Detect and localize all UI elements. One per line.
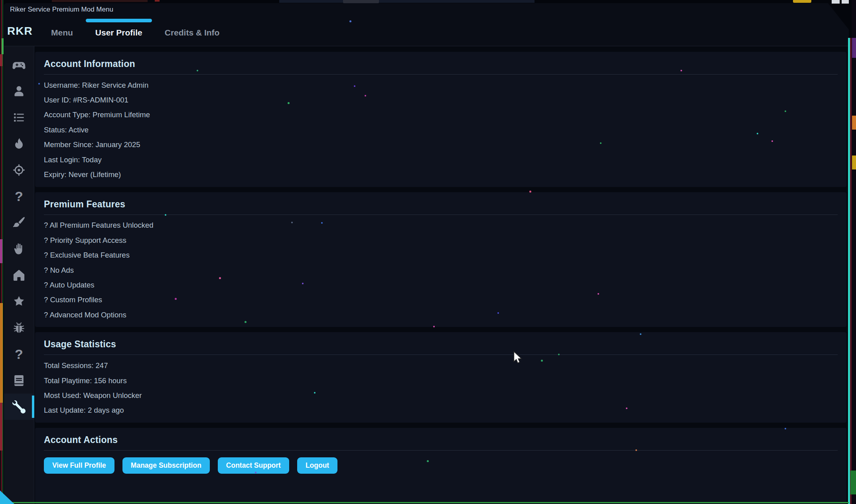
- video-artifact: [842, 0, 849, 4]
- particle-dot: [197, 70, 198, 71]
- particle-dot: [165, 214, 166, 216]
- logout-button[interactable]: Logout: [297, 457, 337, 474]
- gamepad-icon: [12, 58, 26, 71]
- video-artifact: [852, 156, 856, 169]
- video-artifact: [343, 0, 379, 4]
- manage-subscription-button[interactable]: Manage Subscription: [122, 457, 210, 474]
- sidebar-item-flame[interactable]: [4, 130, 34, 157]
- particle-dot: [680, 70, 682, 71]
- list-icon: [12, 111, 26, 124]
- sidebar-item-user[interactable]: [4, 78, 34, 104]
- particle-dot: [314, 392, 316, 394]
- tab-user-profile[interactable]: User Profile: [84, 15, 154, 46]
- particle-dot: [529, 191, 531, 193]
- video-artifact: [12, 502, 849, 503]
- mod-menu-window: Riker Service Premium Mod Menu RKR MenuU…: [4, 3, 849, 504]
- video-artifact: [0, 54, 2, 66]
- sidebar-item-question[interactable]: ?: [4, 183, 34, 209]
- sidebar-item-crosshair[interactable]: [4, 157, 34, 183]
- view-full-profile-button[interactable]: View Full Profile: [44, 457, 114, 474]
- particle-dot: [635, 449, 637, 451]
- info-row: Username: Riker Service Admin: [44, 78, 838, 93]
- section-rows: Total Sessions: 247Total Playtime: 156 h…: [44, 355, 838, 418]
- sidebar-item-gamepad[interactable]: [4, 51, 34, 78]
- question-icon: ?: [15, 347, 23, 361]
- home-icon: [12, 269, 26, 282]
- sidebar-item-wrench-active[interactable]: [4, 394, 34, 420]
- particle-dot: [771, 140, 773, 142]
- sidebar-item-brush[interactable]: [4, 209, 34, 236]
- info-row: ? No Ads: [44, 263, 838, 278]
- particle-dot: [365, 95, 366, 96]
- info-row: Account Type: Premium Lifetime: [44, 108, 838, 122]
- logo: RKR: [7, 25, 34, 37]
- tab-menu[interactable]: Menu: [40, 15, 84, 46]
- question-icon: ?: [15, 189, 23, 203]
- sidebar-item-bug[interactable]: [4, 315, 34, 341]
- particle-dot: [427, 460, 429, 462]
- info-row: Expiry: Never (Lifetime): [44, 167, 838, 182]
- video-artifact: [852, 0, 856, 504]
- sidebar-item-star[interactable]: [4, 288, 34, 315]
- user-icon: [12, 85, 26, 98]
- video-artifact: [279, 0, 535, 3]
- particle-dot: [433, 326, 435, 327]
- video-artifact: [793, 0, 811, 3]
- section-title: Account Information: [44, 59, 838, 69]
- action-buttons: View Full ProfileManage SubscriptionCont…: [44, 457, 838, 474]
- video-artifact: [832, 0, 840, 4]
- video-artifact: [850, 471, 856, 494]
- video-artifact: [2, 0, 3, 504]
- particle-dot: [598, 293, 599, 295]
- info-row: ? Auto Updates: [44, 278, 838, 292]
- particle-dot: [175, 298, 177, 300]
- video-artifact: [0, 303, 3, 403]
- info-row: ? Priority Support Access: [44, 233, 838, 248]
- section-title: Account Actions: [44, 435, 838, 445]
- info-row: Total Playtime: 156 hours: [44, 373, 838, 388]
- video-artifact: [2, 38, 4, 54]
- info-row: ? Custom Profiles: [44, 293, 838, 307]
- sidebar-item-question[interactable]: ?: [4, 341, 34, 367]
- section-account-actions: Account ActionsView Full ProfileManage S…: [35, 428, 846, 504]
- particle-dot: [541, 360, 543, 362]
- info-row: Last Update: 2 days ago: [44, 403, 838, 418]
- particle-dot: [785, 110, 786, 112]
- contact-support-button[interactable]: Contact Support: [218, 457, 289, 474]
- info-row: ? Advanced Mod Options: [44, 307, 838, 322]
- sidebar-item-home[interactable]: [4, 262, 34, 288]
- header-bar: RKR MenuUser ProfileCredits & Info: [4, 15, 849, 46]
- particle-dot: [785, 428, 786, 429]
- particle-dot: [291, 222, 293, 223]
- content-area: Account InformationUsername: Riker Servi…: [34, 46, 849, 504]
- wrench-icon: [12, 400, 26, 413]
- main-area: ?? Account InformationUsername: Riker Se…: [4, 46, 849, 504]
- particle-dot: [640, 333, 641, 335]
- particle-dot: [558, 354, 560, 355]
- info-row: Most Used: Weapon Unlocker: [44, 388, 838, 403]
- info-row: ? Exclusive Beta Features: [44, 248, 838, 263]
- particle-dot: [321, 222, 323, 224]
- flame-icon: [12, 137, 26, 150]
- sidebar-item-hand[interactable]: [4, 236, 34, 262]
- section-usage-statistics: Usage StatisticsTotal Sessions: 247Total…: [35, 332, 846, 423]
- video-artifact: [850, 38, 852, 504]
- section-divider: [44, 450, 838, 451]
- particle-dot: [600, 142, 602, 144]
- sidebar: ??: [4, 46, 34, 504]
- tab-bar: MenuUser ProfileCredits & Info: [40, 15, 231, 46]
- screen: Riker Service Premium Mod Menu RKR MenuU…: [0, 0, 856, 504]
- sidebar-item-list[interactable]: [4, 104, 34, 130]
- info-row: ? All Premium Features Unlocked: [44, 218, 838, 233]
- mouse-cursor: [513, 351, 524, 365]
- tab-credits-info[interactable]: Credits & Info: [154, 15, 231, 46]
- window-title: Riker Service Premium Mod Menu: [10, 6, 113, 14]
- info-row: Last Login: Today: [44, 152, 838, 167]
- sidebar-item-book[interactable]: [4, 367, 34, 394]
- section-title: Usage Statistics: [44, 339, 838, 350]
- section-rows: Username: Riker Service AdminUser ID: #R…: [44, 75, 838, 182]
- titlebar: Riker Service Premium Mod Menu: [4, 3, 849, 15]
- info-row: Total Sessions: 247: [44, 358, 838, 373]
- info-row: Member Since: January 2025: [44, 138, 838, 152]
- particle-dot: [302, 283, 304, 284]
